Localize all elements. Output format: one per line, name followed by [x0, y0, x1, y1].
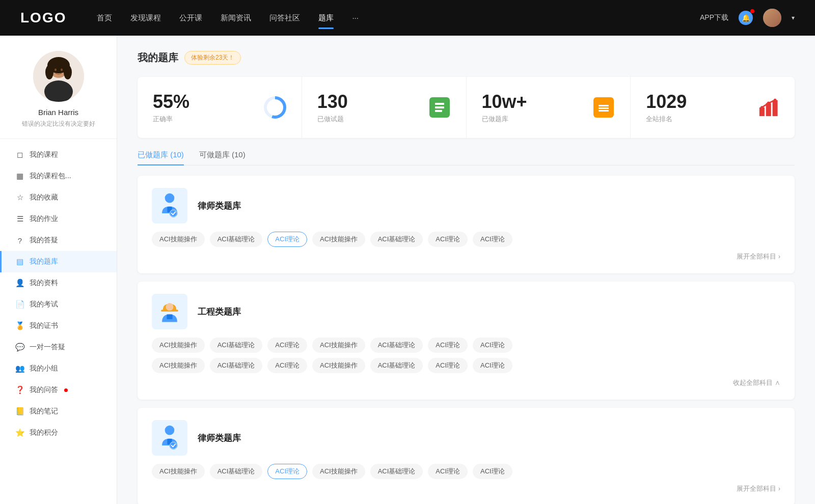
qbank-2-tags-row2: ACI技能操作 ACI基础理论 ACI理论 ACI技能操作 ACI基础理论 AC…	[152, 358, 780, 373]
notification-bell[interactable]: 🔔	[739, 11, 753, 25]
lawyer-svg	[155, 191, 184, 220]
stat-done-banks-label: 已做题库	[482, 115, 585, 124]
qbank-1-tag-5[interactable]: ACI基础理论	[370, 232, 423, 247]
qbank-1-tag-6[interactable]: ACI理论	[428, 232, 468, 247]
certificates-icon: 🏅	[15, 321, 24, 330]
svg-point-25	[166, 303, 174, 311]
qa-icon: ?	[15, 236, 24, 245]
qbank-2-tag-r1-5[interactable]: ACI基础理论	[370, 338, 423, 353]
nav-home[interactable]: 首页	[97, 11, 112, 25]
qbank-2-tag-r2-6[interactable]: ACI理论	[428, 358, 468, 373]
qbank-3-tag-3[interactable]: ACI理论	[267, 464, 307, 479]
nav-qa[interactable]: 问答社区	[269, 11, 300, 25]
engineer-svg	[155, 297, 184, 326]
sidebar-item-notes[interactable]: 📒 我的笔记	[0, 401, 117, 422]
qbank-1-tag-4[interactable]: ACI技能操作	[312, 232, 365, 247]
tab-available[interactable]: 可做题库 (10)	[199, 150, 246, 165]
nav-open-course[interactable]: 公开课	[179, 11, 202, 25]
qbank-1-title: 律师类题库	[198, 200, 241, 212]
qbank-2-tag-r2-3[interactable]: ACI理论	[267, 358, 307, 373]
sidebar-item-exams[interactable]: 📄 我的考试	[0, 294, 117, 315]
sidebar-item-favorites[interactable]: ☆ 我的收藏	[0, 187, 117, 208]
svg-point-4	[45, 65, 53, 79]
done-questions-icon	[428, 96, 451, 119]
ranking-chart-icon	[758, 97, 778, 118]
stat-done-banks: 10w+ 已做题库	[467, 77, 631, 138]
profile-motto: 错误的决定比没有决定要好	[22, 120, 95, 128]
pie-chart	[264, 96, 286, 119]
qbank-3-tags: ACI技能操作 ACI基础理论 ACI理论 ACI技能操作 ACI基础理论 AC…	[152, 464, 780, 479]
qbank-3-tag-7[interactable]: ACI理论	[473, 464, 512, 479]
qbank-2-tag-r2-7[interactable]: ACI理论	[473, 358, 512, 373]
stat-ranking: 1029 全站排名	[631, 77, 795, 138]
qbank-1-expand[interactable]: 展开全部科目 ›	[152, 252, 780, 261]
nav-discover[interactable]: 发现课程	[130, 11, 161, 25]
profile-icon: 👤	[15, 278, 24, 288]
qbank-card-2-header: 工程类题库	[152, 294, 780, 329]
svg-rect-8	[435, 103, 444, 105]
qbank-3-title: 律师类题库	[198, 432, 241, 444]
sidebar-item-qbank[interactable]: ▤ 我的题库	[0, 251, 117, 272]
nav-more[interactable]: ···	[352, 11, 359, 25]
stat-done-questions-label: 已做试题	[317, 115, 420, 124]
qbank-2-tag-r1-3[interactable]: ACI理论	[267, 338, 307, 353]
points-icon: ⭐	[15, 428, 24, 437]
nav-news[interactable]: 新闻资讯	[221, 11, 251, 25]
stat-ranking-text: 1029 全站排名	[646, 91, 749, 124]
qbank-2-tag-r2-5[interactable]: ACI基础理论	[370, 358, 423, 373]
sidebar-item-groups[interactable]: 👥 我的小组	[0, 358, 117, 379]
qbank-2-tag-r1-7[interactable]: ACI理论	[473, 338, 512, 353]
qbank-2-tag-r1-4[interactable]: ACI技能操作	[312, 338, 365, 353]
main-layout: Brian Harris 错误的决定比没有决定要好 ◻ 我的课程 ▦ 我的课程包…	[0, 36, 815, 504]
stat-accuracy-label: 正确率	[153, 115, 256, 124]
sidebar-item-my-courses[interactable]: ◻ 我的课程	[0, 144, 117, 165]
qbank-3-tag-1[interactable]: ACI技能操作	[152, 464, 205, 479]
svg-point-27	[165, 426, 175, 435]
qbank-2-tag-r2-4[interactable]: ACI技能操作	[312, 358, 365, 373]
qbank-3-icon	[152, 420, 187, 456]
logo[interactable]: LOGO	[20, 10, 66, 26]
sidebar-item-homework[interactable]: ☰ 我的作业	[0, 208, 117, 230]
qbank-2-tag-r2-2[interactable]: ACI基础理论	[210, 358, 263, 373]
qbank-3-tag-6[interactable]: ACI理论	[428, 464, 468, 479]
sidebar-item-questions[interactable]: ❓ 我的问答	[0, 379, 117, 401]
profile-name: Brian Harris	[38, 108, 78, 117]
qbank-2-tag-r1-6[interactable]: ACI理论	[428, 338, 468, 353]
sidebar-item-course-packages[interactable]: ▦ 我的课程包...	[0, 165, 117, 187]
qbank-3-expand[interactable]: 展开全部科目 ›	[152, 484, 780, 493]
sidebar-item-1on1[interactable]: 💬 一对一答疑	[0, 337, 117, 358]
stat-accuracy-value: 55%	[153, 91, 256, 113]
1on1-icon: 💬	[15, 343, 24, 352]
tab-done[interactable]: 已做题库 (10)	[138, 150, 184, 165]
stat-ranking-label: 全站排名	[646, 115, 749, 124]
qbank-1-tag-3[interactable]: ACI理论	[267, 232, 307, 247]
stat-done-banks-value: 10w+	[482, 91, 585, 113]
sidebar-item-certificates[interactable]: 🏅 我的证书	[0, 315, 117, 337]
qbank-3-tag-2[interactable]: ACI基础理论	[210, 464, 263, 479]
qbank-1-tag-7[interactable]: ACI理论	[473, 232, 512, 247]
main-nav: 首页 发现课程 公开课 新闻资讯 问答社区 题库 ···	[97, 11, 700, 25]
qbank-1-tag-1[interactable]: ACI技能操作	[152, 232, 205, 247]
qbank-2-tag-r1-1[interactable]: ACI技能操作	[152, 338, 205, 353]
homework-icon: ☰	[15, 214, 24, 223]
lawyer2-svg	[155, 424, 184, 452]
qbank-2-tag-r1-2[interactable]: ACI基础理论	[210, 338, 263, 353]
nav-qbank[interactable]: 题库	[318, 11, 334, 25]
svg-rect-10	[435, 110, 442, 112]
accuracy-icon	[264, 96, 286, 119]
sidebar-item-points[interactable]: ⭐ 我的积分	[0, 422, 117, 443]
qbank-3-tag-5[interactable]: ACI基础理论	[370, 464, 423, 479]
main-header: LOGO 首页 发现课程 公开课 新闻资讯 问答社区 题库 ··· APP下载 …	[0, 0, 815, 36]
sidebar-item-qa[interactable]: ? 我的答疑	[0, 230, 117, 251]
sidebar: Brian Harris 错误的决定比没有决定要好 ◻ 我的课程 ▦ 我的课程包…	[0, 36, 117, 504]
app-download-button[interactable]: APP下载	[700, 13, 728, 22]
qbank-card-3: 律师类题库 ACI技能操作 ACI基础理论 ACI理论 ACI技能操作 ACI基…	[138, 408, 795, 504]
user-menu-chevron[interactable]: ▾	[792, 14, 795, 21]
qbank-3-tag-4[interactable]: ACI技能操作	[312, 464, 365, 479]
svg-point-2	[44, 80, 73, 102]
qbank-1-tag-2[interactable]: ACI基础理论	[210, 232, 263, 247]
qbank-2-tag-r2-1[interactable]: ACI技能操作	[152, 358, 205, 373]
avatar[interactable]	[763, 9, 781, 27]
sidebar-item-profile[interactable]: 👤 我的资料	[0, 272, 117, 294]
qbank-2-collapse[interactable]: 收起全部科目 ∧	[152, 378, 780, 387]
